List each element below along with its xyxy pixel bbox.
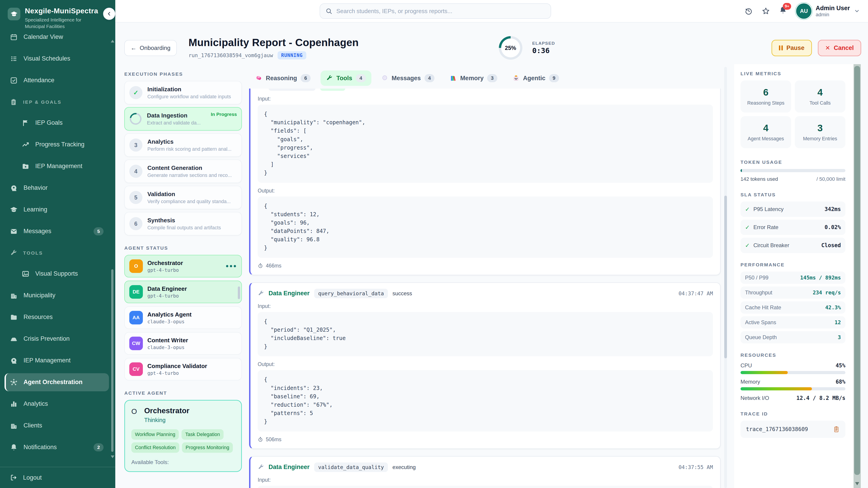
sidebar-item-notifications[interactable]: Notifications2 <box>4 438 109 456</box>
sidebar-item-iep-management[interactable]: IEP Management <box>4 352 109 369</box>
sidebar-item-iep-management[interactable]: IEP Management <box>16 157 109 175</box>
agent-avatar: AA <box>129 311 143 324</box>
sidebar-item-agent-orchestration[interactable]: Agent Orchestration <box>4 373 109 391</box>
sidebar-item-logout[interactable]: Logout <box>0 467 115 488</box>
global-search[interactable] <box>320 3 551 19</box>
stream-scrollbar[interactable] <box>724 67 727 488</box>
tool-call-card[interactable]: Data Engineer validate_data_quality exec… <box>249 456 721 488</box>
phase-number: 3 <box>129 138 143 152</box>
sidebar-item-calendar-view[interactable]: Calendar View <box>4 33 109 46</box>
page-scroll-thumb[interactable] <box>854 66 860 475</box>
agent-card[interactable]: DE Data Engineer gpt-4-turbo <box>124 281 242 303</box>
phase-card[interactable]: 6 Synthesis Compile final outputs and ar… <box>124 212 242 235</box>
tool-name-chip <box>269 89 315 91</box>
token-usage-fill <box>741 169 742 172</box>
stopwatch-icon <box>258 263 263 268</box>
tool-duration: 506ms <box>266 436 281 443</box>
hardhat-icon <box>10 335 18 343</box>
trend-icon <box>22 141 29 149</box>
tab-tools[interactable]: Tools 4 <box>320 70 371 86</box>
user-menu[interactable]: AU Admin User admin <box>796 3 860 19</box>
sidebar-scroll-down-icon[interactable] <box>111 455 114 458</box>
star-icon[interactable] <box>762 7 770 15</box>
folder-star-icon <box>22 162 29 170</box>
sidebar-item-municipality[interactable]: Municipality <box>4 287 109 304</box>
notifications-bell[interactable]: 9+ <box>779 6 787 16</box>
sidebar-item-visual-supports[interactable]: Visual Supports <box>16 265 109 283</box>
sidebar-item-iep-goals[interactable]: IEP Goals <box>16 114 109 132</box>
logout-icon <box>10 474 17 481</box>
live-metrics-title: LIVE METRICS <box>741 71 845 76</box>
phase-card[interactable]: 3 Analytics Perform risk scoring and pat… <box>124 133 242 157</box>
phase-card[interactable]: 4 Content Generation Generate narrative … <box>124 160 242 183</box>
wrench-icon <box>258 290 264 297</box>
tool-call-card[interactable]: Data Engineer query_behavioral_data succ… <box>249 283 721 449</box>
page-scroll-down-icon[interactable] <box>855 482 859 485</box>
copy-trace-icon[interactable] <box>833 426 840 433</box>
back-button[interactable]: ← Onboarding <box>124 40 177 56</box>
tool-call-time: 04:37:47 AM <box>679 291 713 296</box>
stream-scroll-thumb[interactable] <box>724 196 727 358</box>
input-label: Input: <box>258 477 713 483</box>
tab-agentic[interactable]: Agentic 9 <box>507 70 564 86</box>
tab-messages[interactable]: Messages 4 <box>376 70 440 86</box>
tab-memory[interactable]: Memory 3 <box>444 70 503 86</box>
phase-card[interactable]: ✓ Initialization Configure workflow and … <box>124 81 242 104</box>
tab-count-badge: 6 <box>301 74 311 82</box>
output-label: Output: <box>258 188 713 194</box>
sidebar-collapse-button[interactable] <box>103 8 115 20</box>
chevron-down-icon <box>854 8 860 14</box>
resource-bar: CPU45% <box>741 362 845 374</box>
phase-card[interactable]: 5 Validation Verify compliance and quali… <box>124 186 242 209</box>
sidebar-item-visual-schedules[interactable]: Visual Schedules <box>4 50 109 68</box>
search-input[interactable] <box>336 8 545 15</box>
phase-card[interactable]: Data Ingestion Extract and validate da..… <box>124 107 242 131</box>
agent-list: O Orchestrator gpt-4-turbo DE Data Engin… <box>124 255 242 381</box>
tool-call-status: success <box>393 290 412 297</box>
tool-input-json: { "period": "Q1_2025", "includeBaseline"… <box>258 312 713 357</box>
run-id: run_1767136038594_vom6gjauw <box>188 53 273 58</box>
tokens-limit: / 50,000 limit <box>816 176 845 182</box>
tool-output-json: { "incidents": 23, "baseline": 69, "redu… <box>258 370 713 431</box>
sidebar-badge: 2 <box>94 443 103 451</box>
agent-card[interactable]: CW Content Writer claude-3-opus <box>124 332 242 355</box>
sidebar-item-clients[interactable]: Clients <box>4 417 109 435</box>
tool-call-stream[interactable]: Input: { "municipality": "copenhagen", "… <box>249 89 727 488</box>
check-icon: ✓ <box>745 242 750 249</box>
sidebar-item-behavior[interactable]: Behavior <box>4 179 109 197</box>
notification-count-badge: 9+ <box>783 3 791 10</box>
tool-call-card[interactable]: Input: { "municipality": "copenhagen", "… <box>249 89 721 275</box>
calendar-icon <box>10 33 18 41</box>
tab-count-badge: 4 <box>356 74 366 82</box>
sidebar-scroll-up-icon[interactable] <box>111 40 114 42</box>
sidebar-item-learning[interactable]: Learning <box>4 201 109 219</box>
pause-button[interactable]: Pause <box>772 40 812 56</box>
input-label: Input: <box>258 303 713 309</box>
sidebar-item-analytics[interactable]: Analytics <box>4 395 109 413</box>
sidebar-item-resources[interactable]: Resources <box>4 308 109 326</box>
history-icon[interactable] <box>745 7 753 15</box>
sidebar-scrollbar[interactable] <box>111 36 114 461</box>
sidebar-scroll-thumb[interactable] <box>111 269 114 452</box>
cancel-button[interactable]: ✕ Cancel <box>818 40 861 56</box>
sidebar-item-attendance[interactable]: Attendance <box>4 71 109 90</box>
hub-icon <box>10 379 18 386</box>
progress-ring: 25% <box>499 36 522 60</box>
performance-rows: P50 / P99 145ms / 892ms Throughput 234 r… <box>741 271 845 344</box>
trace-box: trace_1767136038609 <box>741 421 845 438</box>
sidebar-item-crisis-prevention[interactable]: Crisis Prevention <box>4 330 109 348</box>
balloon-icon <box>381 75 388 82</box>
agent-list-scroll-thumb[interactable] <box>238 287 240 299</box>
avatar: AU <box>796 3 811 19</box>
page-scrollbar[interactable] <box>854 64 861 488</box>
list-icon <box>10 55 18 63</box>
tool-call-agent: Data Engineer <box>269 464 310 470</box>
sidebar-section-iep-amp-goals: IEP & GOALS <box>4 93 109 111</box>
sidebar-item-messages[interactable]: Messages5 <box>4 222 109 240</box>
agent-card[interactable]: AA Analytics Agent claude-3-opus <box>124 306 242 329</box>
sidebar-item-progress-tracking[interactable]: Progress Tracking <box>16 135 109 154</box>
agent-card[interactable]: O Orchestrator gpt-4-turbo <box>124 255 242 278</box>
tab-reasoning[interactable]: Reasoning 6 <box>250 70 316 86</box>
phase-number: 6 <box>129 217 143 230</box>
agent-card[interactable]: CV Compliance Validator gpt-4-turbo <box>124 358 242 381</box>
